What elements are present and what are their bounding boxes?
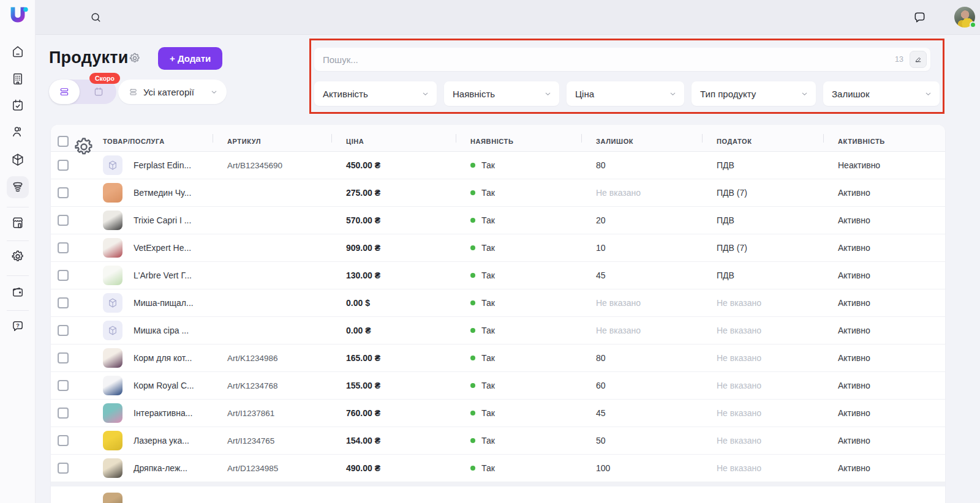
chat-icon[interactable]: [913, 10, 927, 24]
availability-cell: Так: [456, 463, 581, 473]
status-cell: Активно: [823, 270, 945, 280]
tax-cell: Не вказано: [702, 436, 823, 445]
row-checkbox[interactable]: [58, 160, 69, 171]
product-placeholder-icon: [103, 155, 123, 175]
view-toggle-list[interactable]: [49, 80, 80, 104]
price-cell: 165.00 ₴: [331, 353, 456, 363]
search-input[interactable]: [314, 48, 895, 71]
chevron-down-icon: [210, 88, 218, 96]
availability-cell: Так: [456, 436, 581, 445]
sidebar-item-packages[interactable]: [10, 153, 24, 167]
avatar[interactable]: [954, 7, 975, 28]
stock-cell: 50: [581, 436, 702, 445]
table-row[interactable]: VetExpert He...909.00 ₴Так10ПДВ (7)Актив…: [51, 234, 945, 262]
article-cell: Art/I1234765: [213, 436, 331, 445]
article-cell: Art/K1234986: [213, 354, 331, 363]
tax-cell: Не вказано: [702, 298, 823, 308]
filter-stock[interactable]: Залишок: [823, 81, 940, 106]
sidebar-item-products[interactable]: [10, 181, 24, 195]
table-row[interactable]: Ветмедин Чу...275.00 ₴ТакНе вказаноПДВ (…: [51, 179, 945, 207]
product-name: Мишка сіра ...: [134, 326, 189, 335]
row-checkbox[interactable]: [58, 242, 69, 253]
article-cell: Art/B12345690: [213, 161, 331, 170]
category-dropdown[interactable]: Усі категорії: [118, 80, 227, 104]
row-checkbox[interactable]: [58, 215, 69, 226]
table-row[interactable]: Мишка сіра ...0.00 ₴ТакНе вказаноНе вказ…: [51, 317, 945, 345]
status-cell: Активно: [823, 298, 945, 308]
column-header-activity: АКТИВНІСТЬ: [823, 125, 945, 158]
filter-price[interactable]: Ціна: [567, 81, 684, 106]
filter-product-type[interactable]: Тип продукту: [692, 81, 816, 106]
row-checkbox[interactable]: [58, 408, 69, 419]
row-checkbox[interactable]: [58, 325, 69, 336]
row-checkbox[interactable]: [58, 187, 69, 198]
price-cell: 130.00 ₴: [331, 270, 456, 280]
sidebar-item-home[interactable]: [10, 45, 24, 59]
table-row[interactable]: Інтерактивна...Art/I1237861760.00 ₴Так45…: [51, 400, 945, 427]
product-image: [103, 376, 123, 395]
chevron-down-icon: [924, 90, 932, 98]
search-icon[interactable]: [89, 11, 102, 24]
online-status-dot: [970, 21, 976, 28]
price-cell: 0.00 $: [331, 298, 456, 308]
sidebar-item-wallet[interactable]: [10, 285, 24, 299]
stock-cell: 45: [581, 270, 702, 280]
status-cell: Активно: [823, 215, 945, 225]
availability-dot: [470, 356, 475, 360]
row-checkbox[interactable]: [58, 352, 69, 363]
product-placeholder-icon: [103, 293, 123, 313]
tax-cell: Не вказано: [702, 353, 823, 363]
table-row[interactable]: Дряпка-леж...Art/D1234985490.00 ₴Так100Н…: [51, 455, 945, 482]
table-row[interactable]: [51, 482, 945, 503]
product-name: Дряпка-леж...: [134, 463, 187, 473]
stock-cell: 80: [581, 353, 702, 363]
filter-label: Ціна: [575, 89, 594, 99]
table-row[interactable]: L'Arbre Vert Г...130.00 ₴Так45ПДВАктивно: [51, 262, 945, 289]
sidebar-item-settings[interactable]: [10, 250, 24, 264]
status-cell: Активно: [823, 463, 945, 473]
filters-row: Активність Наявність Ціна Тип продукту З…: [314, 81, 940, 106]
availability-dot: [470, 190, 475, 195]
price-cell: 909.00 ₴: [331, 243, 456, 253]
product-name: Лазерна ука...: [134, 436, 189, 445]
add-product-button[interactable]: + Додати: [158, 47, 222, 70]
stock-cell: 60: [581, 381, 702, 390]
sidebar-item-clients[interactable]: [10, 125, 24, 139]
availability-label: Так: [481, 215, 495, 225]
page-settings-gear-icon[interactable]: [129, 52, 141, 64]
product-name: Ветмедин Чу...: [134, 188, 191, 198]
product-image: [103, 238, 123, 258]
clear-search-button[interactable]: [910, 51, 927, 68]
row-checkbox[interactable]: [58, 297, 69, 308]
table-row[interactable]: Корм Royal C...Art/K1234768155.00 ₴Так60…: [51, 372, 945, 400]
table-row[interactable]: Миша-пищал...0.00 $ТакНе вказаноНе вказа…: [51, 289, 945, 317]
table-row[interactable]: Корм для кот...Art/K1234986165.00 ₴Так80…: [51, 345, 945, 372]
page-title: Продукти: [49, 48, 128, 67]
filter-availability[interactable]: Наявність: [444, 81, 559, 106]
tax-cell: Не вказано: [702, 463, 823, 473]
table-settings-gear-icon[interactable]: [73, 136, 95, 158]
product-image: [103, 348, 123, 368]
eraser-icon: [914, 55, 922, 64]
app-logo[interactable]: [6, 4, 29, 29]
row-checkbox[interactable]: [58, 463, 69, 474]
table-row[interactable]: Trixie Capri I ...570.00 ₴Так20ПДВАктивн…: [51, 207, 945, 234]
stock-cell: Не вказано: [581, 188, 702, 198]
status-cell: Активно: [823, 243, 945, 253]
row-checkbox[interactable]: [58, 435, 69, 446]
sidebar-item-calendar[interactable]: [10, 99, 24, 113]
availability-dot: [470, 411, 475, 415]
availability-cell: Так: [456, 408, 581, 418]
sidebar-item-support[interactable]: ?: [10, 319, 24, 333]
stock-cell: 45: [581, 408, 702, 418]
select-all-checkbox[interactable]: [58, 136, 69, 147]
row-checkbox[interactable]: [58, 380, 69, 391]
filter-activity[interactable]: Активність: [314, 81, 437, 106]
sidebar-item-company[interactable]: [10, 72, 24, 86]
article-cell: Art/K1234768: [213, 381, 331, 390]
row-checkbox[interactable]: [58, 270, 69, 281]
table-row[interactable]: Лазерна ука...Art/I1234765154.00 ₴Так50Н…: [51, 427, 945, 455]
sidebar-item-store[interactable]: [10, 216, 24, 230]
column-header-product: ТОВАР/ПОСЛУГА: [95, 125, 213, 158]
article-cell: Art/D1234985: [213, 464, 331, 473]
